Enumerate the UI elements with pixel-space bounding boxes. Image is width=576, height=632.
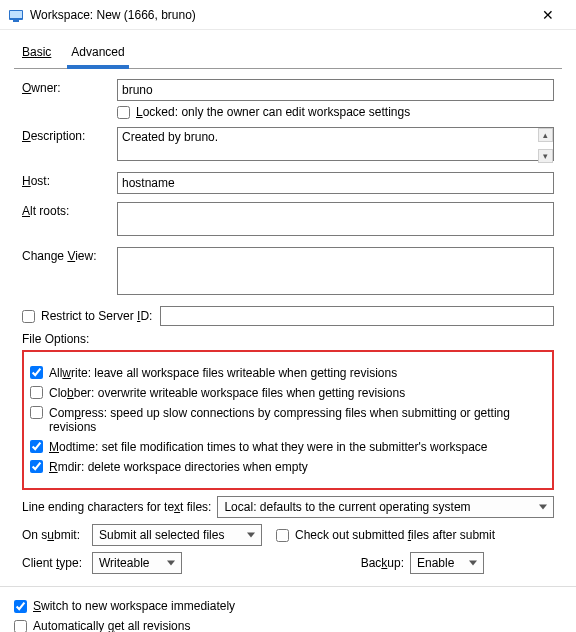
autoget-checkbox[interactable] bbox=[14, 620, 27, 633]
tab-advanced[interactable]: Advanced bbox=[67, 41, 128, 69]
tab-bar: Basic Advanced bbox=[14, 40, 562, 69]
onsubmit-select[interactable]: Submit all selected files bbox=[92, 524, 262, 546]
modtime-label: Modtime: set file modification times to … bbox=[49, 440, 487, 454]
altroots-label: Alt roots: bbox=[22, 202, 117, 218]
allwrite-checkbox[interactable] bbox=[30, 366, 43, 379]
host-label: Host: bbox=[22, 172, 117, 188]
compress-checkbox[interactable] bbox=[30, 406, 43, 419]
tab-basic[interactable]: Basic bbox=[18, 41, 55, 69]
locked-label: Locked: only the owner can edit workspac… bbox=[136, 105, 410, 119]
scroll-down-icon[interactable]: ▾ bbox=[538, 149, 553, 163]
compress-label: Compress: speed up slow connections by c… bbox=[49, 406, 546, 434]
owner-input[interactable] bbox=[117, 79, 554, 101]
locked-checkbox[interactable] bbox=[117, 106, 130, 119]
lineending-select[interactable]: Local: defaults to the current operating… bbox=[217, 496, 554, 518]
autoget-label: Automatically get all revisions bbox=[33, 619, 190, 632]
allwrite-label: Allwrite: leave all workspace files writ… bbox=[49, 366, 397, 380]
switch-checkbox[interactable] bbox=[14, 600, 27, 613]
restrict-checkbox[interactable] bbox=[22, 310, 35, 323]
svg-rect-2 bbox=[13, 20, 19, 22]
lineending-label: Line ending characters for text files: bbox=[22, 500, 211, 514]
changeview-textarea[interactable] bbox=[117, 247, 554, 295]
host-input[interactable] bbox=[117, 172, 554, 194]
modtime-checkbox[interactable] bbox=[30, 440, 43, 453]
scroll-up-icon[interactable]: ▴ bbox=[538, 128, 553, 142]
changeview-label: Change View: bbox=[22, 247, 117, 263]
rmdir-label: Rmdir: delete workspace directories when… bbox=[49, 460, 308, 474]
switch-label: Switch to new workspace immediately bbox=[33, 599, 235, 613]
owner-label: Owner: bbox=[22, 79, 117, 95]
description-textarea[interactable] bbox=[117, 127, 554, 161]
close-button[interactable]: ✕ bbox=[528, 1, 568, 29]
rmdir-checkbox[interactable] bbox=[30, 460, 43, 473]
restrict-label: Restrict to Server ID: bbox=[41, 309, 152, 323]
svg-rect-1 bbox=[10, 11, 22, 18]
clienttype-select[interactable]: Writeable bbox=[92, 552, 182, 574]
backup-label: Backup: bbox=[361, 556, 404, 570]
checkout-label: Check out submitted files after submit bbox=[295, 528, 495, 542]
backup-select[interactable]: Enable bbox=[410, 552, 484, 574]
clobber-label: Clobber: overwrite writeable workspace f… bbox=[49, 386, 405, 400]
checkout-checkbox[interactable] bbox=[276, 529, 289, 542]
clienttype-label: Client type: bbox=[22, 556, 86, 570]
altroots-textarea[interactable] bbox=[117, 202, 554, 236]
window-title: Workspace: New (1666, bruno) bbox=[30, 8, 528, 22]
restrict-input[interactable] bbox=[160, 306, 554, 326]
file-options-group: Allwrite: leave all workspace files writ… bbox=[22, 350, 554, 490]
clobber-checkbox[interactable] bbox=[30, 386, 43, 399]
onsubmit-label: On submit: bbox=[22, 528, 86, 542]
app-icon bbox=[8, 7, 24, 23]
fileoptions-label: File Options: bbox=[22, 332, 554, 346]
description-label: Description: bbox=[22, 127, 117, 143]
titlebar: Workspace: New (1666, bruno) ✕ bbox=[0, 0, 576, 30]
